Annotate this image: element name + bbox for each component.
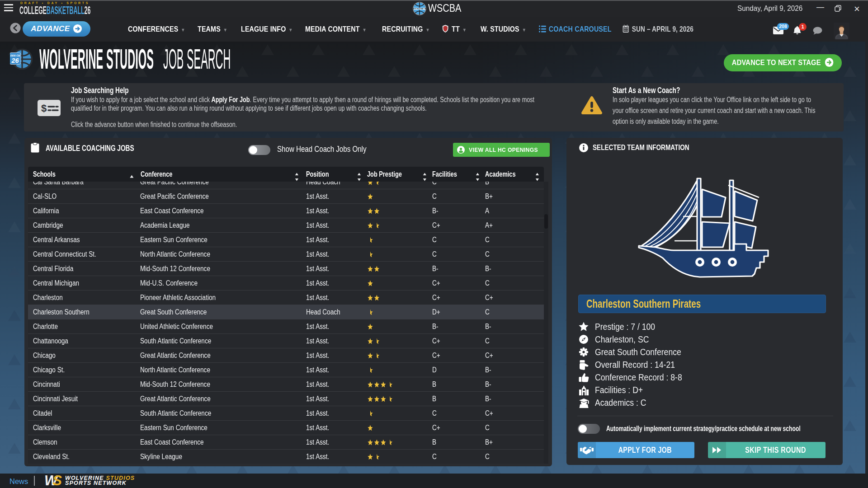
svg-text:DDSCB: DDSCB [414, 7, 425, 10]
svg-text:26: 26 [11, 57, 19, 64]
svg-text:$: $ [41, 103, 47, 114]
